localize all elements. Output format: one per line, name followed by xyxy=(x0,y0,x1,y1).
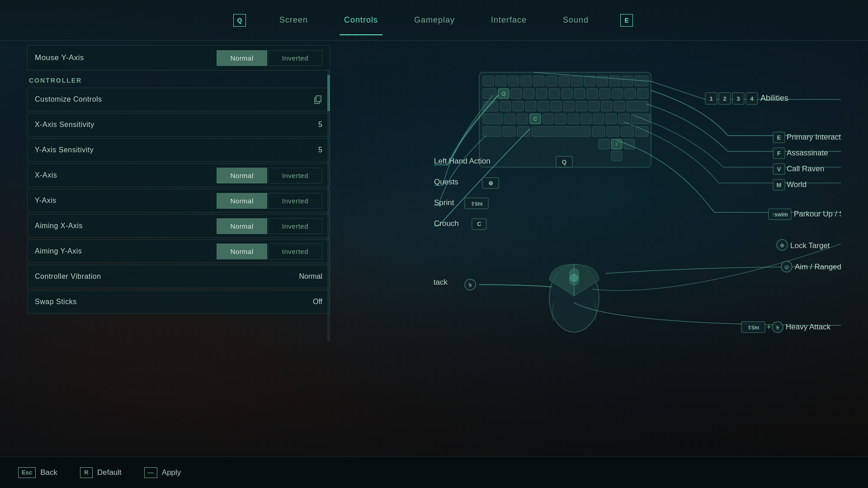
svg-rect-13 xyxy=(609,76,620,86)
svg-rect-16 xyxy=(483,89,496,99)
aiming-x-axis-inverted-btn[interactable]: Inverted xyxy=(268,218,322,234)
mouse-yaxis-inverted-btn[interactable]: Inverted xyxy=(268,50,322,66)
nav-item-screen[interactable]: Screen xyxy=(275,13,312,27)
svg-rect-34 xyxy=(551,101,561,111)
controller-vibration-label: Controller Vibration xyxy=(35,272,299,281)
nav-item-interface[interactable]: Interface xyxy=(486,13,531,27)
svg-text:Q: Q xyxy=(562,159,566,165)
back-action[interactable]: Esc Back xyxy=(18,467,57,478)
svg-rect-58 xyxy=(607,127,619,136)
nav-left-key-badge: Q xyxy=(233,14,246,27)
nav-item-controls[interactable]: Controls xyxy=(340,13,382,27)
x-axis-inverted-btn[interactable]: Inverted xyxy=(268,168,322,183)
nav-item-gameplay[interactable]: Gameplay xyxy=(410,13,459,27)
default-label: Default xyxy=(97,468,122,477)
svg-rect-21 xyxy=(549,89,560,99)
svg-text:Left Hand Action: Left Hand Action xyxy=(434,157,491,165)
y-axis-inverted-btn[interactable]: Inverted xyxy=(268,193,322,209)
svg-text:Abilities: Abilities xyxy=(760,94,788,103)
svg-rect-7 xyxy=(533,76,544,86)
aiming-y-axis-inverted-btn[interactable]: Inverted xyxy=(268,244,322,259)
svg-rect-42 xyxy=(505,114,515,124)
svg-text:⇧Sht: ⇧Sht xyxy=(471,201,483,206)
svg-text:↑: ↑ xyxy=(616,142,618,147)
svg-text:Q: Q xyxy=(502,91,506,96)
svg-text:Aim / Ranged Abilities: Aim / Ranged Abilities xyxy=(795,263,841,271)
svg-text:2: 2 xyxy=(723,95,726,102)
svg-text:🖱: 🖱 xyxy=(775,324,780,331)
svg-text:Lock Target: Lock Target xyxy=(790,241,830,250)
controller-section-header: CONTROLLER xyxy=(29,77,330,84)
y-axis-normal-btn[interactable]: Normal xyxy=(217,193,267,209)
svg-rect-22 xyxy=(561,89,572,99)
svg-rect-60 xyxy=(636,127,648,136)
y-axis-sensitivity-value: 5 xyxy=(318,146,322,154)
svg-rect-43 xyxy=(517,114,528,124)
svg-rect-5 xyxy=(508,76,519,86)
svg-rect-49 xyxy=(593,114,604,124)
svg-text:F: F xyxy=(777,150,781,157)
x-axis-row: X-Axis Normal Inverted xyxy=(27,164,330,187)
svg-text:3: 3 xyxy=(736,95,740,102)
svg-text:⊕: ⊕ xyxy=(780,242,784,249)
svg-text:+: + xyxy=(767,323,771,331)
svg-rect-39 xyxy=(614,101,625,111)
svg-rect-59 xyxy=(621,127,634,136)
x-axis-sensitivity-row: X-Axis Sensitivity 5 xyxy=(27,113,330,136)
svg-text:E: E xyxy=(777,134,781,141)
svg-text:Quests: Quests xyxy=(434,178,458,186)
aiming-x-axis-label: Aiming X-Axis xyxy=(35,222,217,230)
mouse-yaxis-toggle: Normal Inverted xyxy=(217,50,322,66)
svg-rect-10 xyxy=(571,76,582,86)
bottom-bar: Esc Back R Default — Apply xyxy=(0,456,868,488)
svg-rect-35 xyxy=(563,101,574,111)
svg-rect-41 xyxy=(483,114,503,124)
svg-text:⇧Sht: ⇧Sht xyxy=(747,325,760,330)
apply-action[interactable]: — Apply xyxy=(144,467,181,478)
svg-text:Assassinate: Assassinate xyxy=(787,149,828,157)
mouse-yaxis-label: Mouse Y-Axis xyxy=(35,53,217,62)
svg-rect-50 xyxy=(606,114,617,124)
x-axis-sensitivity-label: X-Axis Sensitivity xyxy=(35,121,318,129)
svg-rect-37 xyxy=(589,101,599,111)
svg-rect-56 xyxy=(532,127,590,136)
swap-sticks-label: Swap Sticks xyxy=(35,298,313,306)
mouse-yaxis-normal-btn[interactable]: Normal xyxy=(217,50,267,66)
svg-text:M: M xyxy=(777,182,782,188)
svg-text:1: 1 xyxy=(709,95,712,102)
svg-rect-40 xyxy=(627,101,648,111)
svg-rect-11 xyxy=(584,76,595,86)
svg-rect-1 xyxy=(316,96,321,102)
svg-text:Call Raven: Call Raven xyxy=(787,164,824,173)
swap-sticks-row: Swap Sticks Off xyxy=(27,290,330,314)
scrollbar[interactable] xyxy=(327,70,330,342)
customize-controls-copy-icon[interactable] xyxy=(312,94,322,104)
x-axis-normal-btn[interactable]: Normal xyxy=(217,168,267,183)
aiming-y-axis-label: Aiming Y-Axis xyxy=(35,247,217,255)
svg-rect-61 xyxy=(599,139,609,149)
keyboard-area: Q C ↑ xyxy=(434,45,841,239)
svg-rect-20 xyxy=(536,89,547,99)
nav-item-sound[interactable]: Sound xyxy=(558,13,593,27)
svg-text:🖱: 🖱 xyxy=(467,282,473,288)
svg-rect-27 xyxy=(625,89,636,99)
svg-rect-63 xyxy=(624,139,635,149)
apply-key-badge: — xyxy=(144,467,157,478)
scroll-thumb xyxy=(327,75,330,111)
svg-rect-45 xyxy=(542,114,553,124)
x-axis-toggle: Normal Inverted xyxy=(217,168,322,183)
svg-rect-46 xyxy=(555,114,566,124)
svg-rect-64 xyxy=(611,151,622,161)
svg-rect-14 xyxy=(622,76,633,86)
controls-diagram-svg: Q C ↑ xyxy=(434,45,841,361)
svg-text:Primary Interaction: Primary Interaction xyxy=(787,133,841,141)
svg-rect-18 xyxy=(511,89,522,99)
controller-vibration-row: Controller Vibration Normal xyxy=(27,265,330,288)
svg-rect-25 xyxy=(599,89,610,99)
navigation-bar: Q Screen Controls Gameplay Interface Sou… xyxy=(0,0,868,41)
aiming-x-axis-normal-btn[interactable]: Normal xyxy=(217,218,267,234)
default-action[interactable]: R Default xyxy=(80,467,122,478)
aiming-y-axis-normal-btn[interactable]: Normal xyxy=(217,244,267,259)
svg-text:Parkour Up / Swim Up: Parkour Up / Swim Up xyxy=(794,210,841,218)
left-panel: Mouse Y-Axis Normal Inverted CONTROLLER … xyxy=(27,45,330,315)
